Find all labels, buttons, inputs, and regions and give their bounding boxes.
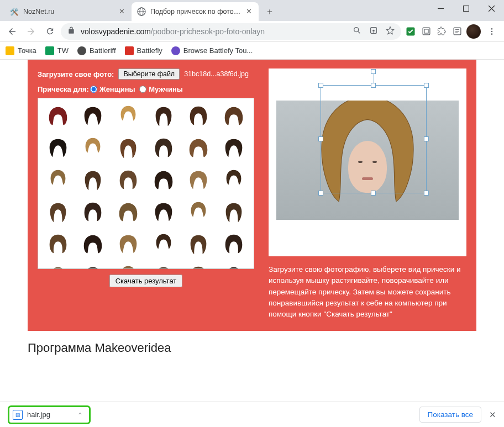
reading-list-icon[interactable] — [451, 25, 463, 38]
svg-point-18 — [491, 30, 493, 32]
hairstyle-thumbnail[interactable] — [217, 262, 250, 269]
hairstyle-gallery[interactable] — [38, 98, 254, 269]
instructions-text: Загрузите свою фотографию, выберете вид … — [269, 264, 466, 320]
chevron-up-icon[interactable] — [77, 410, 83, 419]
hairstyle-thumbnail[interactable] — [112, 262, 145, 269]
resize-handle[interactable] — [424, 83, 429, 88]
back-button[interactable] — [4, 24, 20, 39]
close-window-button[interactable] — [479, 0, 504, 17]
reload-button[interactable] — [42, 24, 57, 39]
hairstyle-thumbnail[interactable] — [41, 230, 75, 260]
forward-button[interactable] — [23, 24, 39, 39]
bookmarks-bar: Точка TW Battleriff Battlefly Browse Bat… — [0, 42, 504, 60]
gender-female-label: Женщины — [99, 85, 135, 93]
minimize-button[interactable] — [428, 0, 453, 17]
bookmark-item[interactable]: Battleriff — [77, 46, 116, 55]
hairstyle-thumbnail[interactable] — [182, 262, 216, 269]
hairstyle-thumbnail[interactable] — [182, 230, 216, 260]
tab-title: Подбор причесок по фото онла — [150, 8, 241, 15]
hairstyle-thumbnail[interactable] — [41, 262, 75, 269]
gender-female-radio[interactable] — [90, 86, 97, 93]
extension-checkmark-icon[interactable] — [405, 25, 417, 38]
gender-label: Прическа для: — [38, 85, 89, 93]
preview-canvas[interactable] — [269, 68, 466, 256]
browser-tabs: 🛠️ NozNet.ru ✕ Подбор причесок по фото о… — [4, 2, 280, 21]
hairstyle-thumbnail[interactable] — [77, 134, 110, 164]
hairstyle-thumbnail[interactable] — [147, 262, 180, 269]
hairstyle-thumbnail[interactable] — [217, 166, 250, 196]
hairstyle-thumbnail[interactable] — [147, 230, 180, 260]
profile-avatar[interactable] — [466, 24, 481, 39]
hairstyle-thumbnail[interactable] — [217, 230, 250, 260]
download-result-button[interactable]: Скачать результат — [109, 275, 183, 287]
bookmark-item[interactable]: TW — [45, 46, 69, 55]
hairstyle-thumbnail[interactable] — [41, 166, 75, 196]
hairstyle-thumbnail[interactable] — [41, 134, 75, 164]
download-filename: hair.jpg — [27, 410, 50, 419]
search-site-icon[interactable] — [353, 26, 361, 36]
hairstyle-thumbnail[interactable] — [112, 166, 145, 196]
hairstyle-thumbnail[interactable] — [147, 134, 180, 164]
bookmark-item[interactable]: Browse Battlefy Tou... — [171, 46, 253, 55]
hairstyle-thumbnail[interactable] — [147, 166, 180, 196]
close-icon[interactable]: ✕ — [117, 7, 126, 16]
hairstyle-thumbnail[interactable] — [182, 134, 216, 164]
bookmark-item[interactable]: Battlefly — [125, 46, 162, 55]
resize-handle[interactable] — [371, 191, 376, 196]
browser-toolbar: volosvypadenie.com/podbor-prichesok-po-f… — [0, 21, 504, 42]
tab-title: NozNet.ru — [23, 8, 114, 15]
share-icon[interactable] — [369, 26, 378, 36]
image-file-icon: ▨ — [13, 410, 23, 420]
window-buttons — [428, 0, 504, 17]
download-item[interactable]: ▨ hair.jpg — [8, 405, 91, 424]
resize-handle[interactable] — [318, 136, 323, 141]
new-tab-button[interactable]: ＋ — [262, 4, 277, 19]
hairstyle-thumbnail[interactable] — [77, 230, 110, 260]
hairstyle-widget: Загрузите свое фото: Выберите файл 31bc1… — [28, 60, 476, 331]
upload-label: Загрузите свое фото: — [38, 70, 114, 78]
maximize-button[interactable] — [453, 0, 479, 17]
hairstyle-thumbnail[interactable] — [147, 198, 180, 228]
bookmark-item[interactable]: Точка — [6, 46, 36, 55]
hairstyle-thumbnail[interactable] — [77, 198, 110, 228]
svg-rect-12 — [424, 29, 428, 33]
hairstyle-thumbnail[interactable] — [182, 102, 216, 131]
resize-handle[interactable] — [424, 191, 429, 196]
hairstyle-thumbnail[interactable] — [41, 102, 75, 131]
omnibox-actions — [353, 26, 395, 36]
hairstyle-thumbnail[interactable] — [112, 102, 145, 131]
selection-box[interactable] — [321, 85, 427, 193]
rotate-handle[interactable] — [371, 69, 376, 74]
close-icon[interactable]: ✕ — [244, 7, 253, 16]
bookmark-star-icon[interactable] — [386, 26, 395, 36]
hairstyle-thumbnail[interactable] — [182, 198, 216, 228]
resize-handle[interactable] — [371, 83, 376, 88]
extensions-puzzle-icon[interactable] — [435, 25, 448, 38]
close-shelf-button[interactable]: ✕ — [489, 410, 496, 420]
svg-point-7 — [354, 28, 359, 32]
resize-handle[interactable] — [318, 83, 323, 88]
hairstyle-thumbnail[interactable] — [217, 198, 250, 228]
svg-rect-4 — [463, 6, 469, 11]
hairstyle-thumbnail[interactable] — [77, 262, 110, 269]
hairstyle-thumbnail[interactable] — [217, 134, 250, 164]
hairstyle-thumbnail[interactable] — [182, 166, 216, 196]
gender-male-radio[interactable] — [139, 86, 146, 93]
extension-icon[interactable] — [420, 25, 432, 38]
hairstyle-thumbnail[interactable] — [77, 166, 110, 196]
hairstyle-thumbnail[interactable] — [41, 198, 75, 228]
hairstyle-thumbnail[interactable] — [112, 134, 145, 164]
hairstyle-thumbnail[interactable] — [77, 102, 110, 131]
hairstyle-thumbnail[interactable] — [112, 230, 145, 260]
resize-handle[interactable] — [318, 191, 323, 196]
hairstyle-thumbnail[interactable] — [147, 102, 180, 131]
show-all-downloads-button[interactable]: Показать все — [419, 407, 481, 423]
browser-tab-active[interactable]: Подбор причесок по фото онла ✕ — [132, 2, 259, 21]
resize-handle[interactable] — [424, 136, 429, 141]
browser-tab[interactable]: 🛠️ NozNet.ru ✕ — [4, 2, 132, 21]
hairstyle-thumbnail[interactable] — [112, 198, 145, 228]
choose-file-button[interactable]: Выберите файл — [118, 68, 180, 80]
hairstyle-thumbnail[interactable] — [217, 102, 250, 131]
address-bar[interactable]: volosvypadenie.com/podbor-prichesok-po-f… — [61, 23, 401, 40]
chrome-menu-button[interactable] — [484, 24, 500, 39]
